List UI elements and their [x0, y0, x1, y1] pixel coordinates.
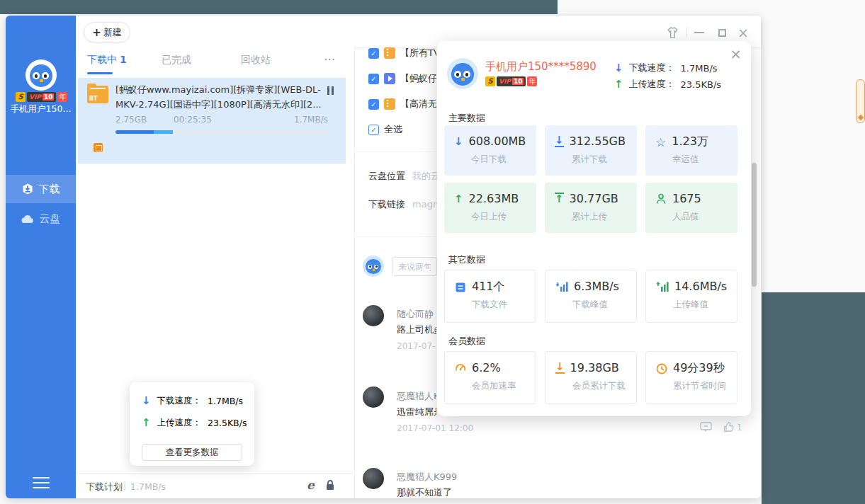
file-row[interactable]: 【蚂蚁仔: [368, 72, 436, 85]
checkbox-checked[interactable]: [368, 99, 379, 110]
panel-username: 手机用户150****5890: [485, 60, 597, 74]
download-plan-link[interactable]: 下载计划: [86, 481, 123, 493]
download-task-title: [蚂蚁仔www.mayizai.com][拆弹专家][WEB-DL-MKV-2.…: [115, 82, 324, 112]
checkbox-checked[interactable]: [368, 74, 379, 84]
comment-text: 那就不知道了: [397, 486, 538, 499]
tab-recycle-bin[interactable]: 回收站: [241, 54, 271, 67]
cloud-location-value: 我的云: [412, 171, 439, 181]
bird-mascot-icon: [26, 59, 57, 91]
lock-icon[interactable]: [325, 479, 335, 491]
panel-user-avatar: [447, 58, 478, 89]
bird-mascot-icon: [363, 256, 384, 277]
section-title: 其它数据: [448, 253, 485, 266]
file-row[interactable]: 【所有TV: [368, 47, 436, 59]
panel-close-icon[interactable]: ×: [730, 45, 742, 62]
stat-card-time-saved: 49分39秒 累计节省时间: [645, 351, 737, 404]
statusbar-speed: 1.7MB/s: [130, 481, 166, 492]
sidebar-item-label: 云盘: [40, 212, 61, 226]
comment-text: 路上司机多: [397, 323, 436, 336]
section-title: 主要数据: [448, 112, 485, 125]
more-menu-icon[interactable]: ⋯: [324, 52, 336, 66]
downloading-count: 1: [120, 54, 127, 65]
cloud-location-row: 云盘位置我的云: [368, 170, 439, 183]
speed-gauge-icon: [455, 362, 466, 374]
new-task-button[interactable]: + 新建: [84, 22, 130, 42]
stat-card-karma-value: 1675 人品值: [645, 183, 737, 233]
close-button[interactable]: ×: [733, 27, 753, 38]
commenter-name: 随心而静: [397, 308, 436, 321]
tooltip-upload-value: 23.5KB/s: [208, 418, 247, 428]
comment-input[interactable]: [392, 257, 437, 276]
progress-primary: [115, 130, 154, 134]
maximize-button[interactable]: [711, 29, 733, 37]
sidebar-item-download[interactable]: 下载: [6, 175, 76, 203]
section-divider: [354, 151, 437, 152]
tooltip-download-value: 1.7MB/s: [208, 396, 243, 406]
tooltip-download-label: 下载速度：: [157, 395, 202, 407]
sidebar-item-cloud[interactable]: 云盘: [6, 205, 76, 233]
speed-tooltip: ↓ 下载速度： 1.7MB/s ↑ 上传速度： 23.5KB/s 查看更多数据: [130, 382, 254, 466]
like-count: 1: [737, 423, 742, 433]
hamburger-menu-icon[interactable]: [33, 477, 50, 492]
panel-upload-speed: ↑ 上传速度： 23.5KB/s: [614, 78, 721, 91]
section-divider: [354, 236, 437, 237]
vip-level-badge: VIP 10: [497, 76, 526, 86]
vip-badge[interactable]: S VIP 10 年: [16, 92, 67, 102]
view-more-data-button[interactable]: 查看更多数据: [142, 444, 242, 461]
ie-browser-icon[interactable]: e: [307, 478, 315, 492]
user-avatar[interactable]: [26, 59, 57, 91]
archive-file-icon: [384, 98, 395, 110]
download-to-bar-icon: ↓: [555, 135, 564, 148]
tab-downloading[interactable]: 下载中1: [87, 54, 127, 67]
status-bar: 下载计划 | 1.7MB/s e: [76, 473, 354, 498]
download-elapsed-time: 00:25:35: [174, 115, 212, 125]
clock-icon: [656, 363, 667, 374]
comment-text: 迅雷纯屌是: [397, 406, 436, 418]
reply-bubble-icon[interactable]: [700, 422, 712, 433]
download-to-bar-icon: ↓: [555, 362, 565, 374]
commenter-avatar: [363, 305, 384, 326]
file-row[interactable]: 【高清无: [368, 98, 436, 110]
like-button[interactable]: 1: [723, 422, 742, 433]
bt-folder-icon: BT: [87, 86, 108, 103]
checkbox-select-all[interactable]: [368, 125, 379, 135]
statusbar-divider: |: [123, 481, 126, 491]
desktop-background-block: [762, 292, 865, 504]
cloud-location-label: 云盘位置: [368, 171, 405, 181]
progress-bar: [115, 130, 328, 134]
tab-completed[interactable]: 已完成: [162, 54, 191, 67]
upload-to-bar-icon: ↑: [555, 193, 564, 205]
bird-mascot-icon: [447, 58, 478, 89]
select-all-row[interactable]: 全选: [368, 123, 436, 136]
super-vip-icon: S: [16, 92, 26, 102]
bt-badge: BT: [89, 96, 98, 102]
upload-arrow-icon: ↑: [614, 78, 623, 91]
stat-card-download-files: 411个 下载文件: [444, 270, 536, 323]
archive-file-icon: [384, 47, 395, 59]
comment-actions: 1: [700, 422, 742, 433]
stat-card-today-upload: ↑ 22.63MB 今日上传: [444, 183, 536, 233]
upload-arrow-icon: ↑: [454, 193, 463, 205]
download-link-label: 下载链接: [368, 199, 405, 210]
download-arrow-icon: ↓: [614, 62, 623, 74]
commenter-avatar: [363, 386, 384, 408]
plus-icon: +: [92, 26, 101, 39]
bars-down-icon: [555, 281, 568, 292]
checkbox-checked[interactable]: [368, 48, 379, 59]
stat-card-vip-total-download: ↓ 19.38GB 会员累计下载: [545, 351, 637, 404]
theme-skin-icon[interactable]: [667, 27, 679, 38]
commenter-name: 恶魔猎人K: [397, 390, 436, 403]
thumbs-up-icon: [723, 422, 734, 433]
stat-card-today-download: ↓ 608.00MB 今日下载: [444, 125, 536, 176]
vip-level-badge: VIP 10: [27, 92, 56, 102]
my-avatar: [363, 256, 384, 277]
stat-card-vip-speedup-rate: 6.2% 会员加速率: [444, 351, 536, 404]
minimize-button[interactable]: [687, 32, 711, 33]
detail-pane-scrollbar[interactable]: [752, 163, 757, 287]
vip-year-badge: 年: [527, 76, 537, 86]
download-task-row[interactable]: BT [蚂蚁仔www.mayizai.com][拆弹专家][WEB-DL-MKV…: [78, 78, 346, 164]
browser-side-toolbar-handle[interactable]: [856, 79, 865, 123]
sidebar-username[interactable]: 手机用户150...: [6, 103, 76, 115]
pause-button[interactable]: [327, 86, 336, 95]
person-icon: [655, 193, 667, 205]
